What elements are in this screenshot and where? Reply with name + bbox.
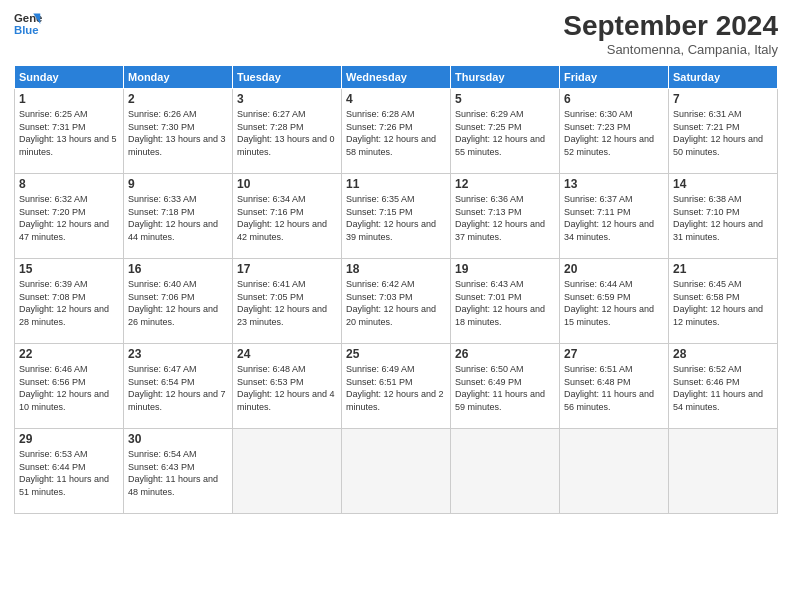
day-number: 7 bbox=[673, 92, 773, 106]
day-number: 6 bbox=[564, 92, 664, 106]
day-cell-15: 15 Sunrise: 6:39 AM Sunset: 7:08 PM Dayl… bbox=[15, 259, 124, 344]
day-number: 30 bbox=[128, 432, 228, 446]
day-cell-18: 18 Sunrise: 6:42 AM Sunset: 7:03 PM Dayl… bbox=[342, 259, 451, 344]
day-cell-22: 22 Sunrise: 6:46 AM Sunset: 6:56 PM Dayl… bbox=[15, 344, 124, 429]
month-title: September 2024 bbox=[563, 10, 778, 42]
day-cell-11: 11 Sunrise: 6:35 AM Sunset: 7:15 PM Dayl… bbox=[342, 174, 451, 259]
day-info: Sunrise: 6:30 AM Sunset: 7:23 PM Dayligh… bbox=[564, 108, 664, 158]
day-info: Sunrise: 6:42 AM Sunset: 7:03 PM Dayligh… bbox=[346, 278, 446, 328]
day-info: Sunrise: 6:32 AM Sunset: 7:20 PM Dayligh… bbox=[19, 193, 119, 243]
day-info: Sunrise: 6:40 AM Sunset: 7:06 PM Dayligh… bbox=[128, 278, 228, 328]
day-cell-3: 3 Sunrise: 6:27 AM Sunset: 7:28 PM Dayli… bbox=[233, 89, 342, 174]
day-number: 18 bbox=[346, 262, 446, 276]
day-number: 4 bbox=[346, 92, 446, 106]
day-number: 2 bbox=[128, 92, 228, 106]
day-info: Sunrise: 6:45 AM Sunset: 6:58 PM Dayligh… bbox=[673, 278, 773, 328]
day-cell-27: 27 Sunrise: 6:51 AM Sunset: 6:48 PM Dayl… bbox=[560, 344, 669, 429]
empty-cell bbox=[669, 429, 778, 514]
day-info: Sunrise: 6:44 AM Sunset: 6:59 PM Dayligh… bbox=[564, 278, 664, 328]
day-cell-14: 14 Sunrise: 6:38 AM Sunset: 7:10 PM Dayl… bbox=[669, 174, 778, 259]
day-number: 21 bbox=[673, 262, 773, 276]
day-number: 5 bbox=[455, 92, 555, 106]
header: General Blue September 2024 Santomenna, … bbox=[14, 10, 778, 57]
day-number: 26 bbox=[455, 347, 555, 361]
day-info: Sunrise: 6:49 AM Sunset: 6:51 PM Dayligh… bbox=[346, 363, 446, 413]
day-info: Sunrise: 6:52 AM Sunset: 6:46 PM Dayligh… bbox=[673, 363, 773, 413]
weekday-header-row: Sunday Monday Tuesday Wednesday Thursday… bbox=[15, 66, 778, 89]
day-number: 13 bbox=[564, 177, 664, 191]
empty-cell bbox=[342, 429, 451, 514]
day-cell-9: 9 Sunrise: 6:33 AM Sunset: 7:18 PM Dayli… bbox=[124, 174, 233, 259]
empty-cell bbox=[451, 429, 560, 514]
day-number: 20 bbox=[564, 262, 664, 276]
day-cell-30: 30 Sunrise: 6:54 AM Sunset: 6:43 PM Dayl… bbox=[124, 429, 233, 514]
day-info: Sunrise: 6:26 AM Sunset: 7:30 PM Dayligh… bbox=[128, 108, 228, 158]
day-info: Sunrise: 6:37 AM Sunset: 7:11 PM Dayligh… bbox=[564, 193, 664, 243]
day-number: 15 bbox=[19, 262, 119, 276]
logo-icon: General Blue bbox=[14, 10, 42, 38]
day-number: 1 bbox=[19, 92, 119, 106]
day-info: Sunrise: 6:29 AM Sunset: 7:25 PM Dayligh… bbox=[455, 108, 555, 158]
day-cell-8: 8 Sunrise: 6:32 AM Sunset: 7:20 PM Dayli… bbox=[15, 174, 124, 259]
title-area: September 2024 Santomenna, Campania, Ita… bbox=[563, 10, 778, 57]
day-info: Sunrise: 6:25 AM Sunset: 7:31 PM Dayligh… bbox=[19, 108, 119, 158]
day-cell-2: 2 Sunrise: 6:26 AM Sunset: 7:30 PM Dayli… bbox=[124, 89, 233, 174]
empty-cell bbox=[560, 429, 669, 514]
svg-text:Blue: Blue bbox=[14, 24, 39, 36]
day-number: 8 bbox=[19, 177, 119, 191]
day-cell-25: 25 Sunrise: 6:49 AM Sunset: 6:51 PM Dayl… bbox=[342, 344, 451, 429]
week-row-2: 8 Sunrise: 6:32 AM Sunset: 7:20 PM Dayli… bbox=[15, 174, 778, 259]
logo: General Blue bbox=[14, 10, 42, 38]
day-number: 28 bbox=[673, 347, 773, 361]
day-info: Sunrise: 6:35 AM Sunset: 7:15 PM Dayligh… bbox=[346, 193, 446, 243]
day-cell-19: 19 Sunrise: 6:43 AM Sunset: 7:01 PM Dayl… bbox=[451, 259, 560, 344]
day-cell-1: 1 Sunrise: 6:25 AM Sunset: 7:31 PM Dayli… bbox=[15, 89, 124, 174]
day-cell-28: 28 Sunrise: 6:52 AM Sunset: 6:46 PM Dayl… bbox=[669, 344, 778, 429]
header-monday: Monday bbox=[124, 66, 233, 89]
day-cell-16: 16 Sunrise: 6:40 AM Sunset: 7:06 PM Dayl… bbox=[124, 259, 233, 344]
day-number: 9 bbox=[128, 177, 228, 191]
day-number: 3 bbox=[237, 92, 337, 106]
day-number: 24 bbox=[237, 347, 337, 361]
day-cell-6: 6 Sunrise: 6:30 AM Sunset: 7:23 PM Dayli… bbox=[560, 89, 669, 174]
day-cell-23: 23 Sunrise: 6:47 AM Sunset: 6:54 PM Dayl… bbox=[124, 344, 233, 429]
header-saturday: Saturday bbox=[669, 66, 778, 89]
day-number: 12 bbox=[455, 177, 555, 191]
day-cell-13: 13 Sunrise: 6:37 AM Sunset: 7:11 PM Dayl… bbox=[560, 174, 669, 259]
day-number: 10 bbox=[237, 177, 337, 191]
day-info: Sunrise: 6:36 AM Sunset: 7:13 PM Dayligh… bbox=[455, 193, 555, 243]
empty-cell bbox=[233, 429, 342, 514]
day-number: 14 bbox=[673, 177, 773, 191]
day-info: Sunrise: 6:41 AM Sunset: 7:05 PM Dayligh… bbox=[237, 278, 337, 328]
day-cell-29: 29 Sunrise: 6:53 AM Sunset: 6:44 PM Dayl… bbox=[15, 429, 124, 514]
day-info: Sunrise: 6:38 AM Sunset: 7:10 PM Dayligh… bbox=[673, 193, 773, 243]
day-info: Sunrise: 6:43 AM Sunset: 7:01 PM Dayligh… bbox=[455, 278, 555, 328]
day-number: 27 bbox=[564, 347, 664, 361]
day-info: Sunrise: 6:31 AM Sunset: 7:21 PM Dayligh… bbox=[673, 108, 773, 158]
day-info: Sunrise: 6:28 AM Sunset: 7:26 PM Dayligh… bbox=[346, 108, 446, 158]
header-sunday: Sunday bbox=[15, 66, 124, 89]
day-info: Sunrise: 6:39 AM Sunset: 7:08 PM Dayligh… bbox=[19, 278, 119, 328]
day-number: 25 bbox=[346, 347, 446, 361]
day-number: 16 bbox=[128, 262, 228, 276]
day-cell-4: 4 Sunrise: 6:28 AM Sunset: 7:26 PM Dayli… bbox=[342, 89, 451, 174]
day-number: 17 bbox=[237, 262, 337, 276]
day-cell-17: 17 Sunrise: 6:41 AM Sunset: 7:05 PM Dayl… bbox=[233, 259, 342, 344]
header-wednesday: Wednesday bbox=[342, 66, 451, 89]
location-subtitle: Santomenna, Campania, Italy bbox=[563, 42, 778, 57]
day-number: 23 bbox=[128, 347, 228, 361]
day-cell-21: 21 Sunrise: 6:45 AM Sunset: 6:58 PM Dayl… bbox=[669, 259, 778, 344]
day-cell-12: 12 Sunrise: 6:36 AM Sunset: 7:13 PM Dayl… bbox=[451, 174, 560, 259]
day-number: 22 bbox=[19, 347, 119, 361]
day-number: 19 bbox=[455, 262, 555, 276]
calendar-table: Sunday Monday Tuesday Wednesday Thursday… bbox=[14, 65, 778, 514]
header-thursday: Thursday bbox=[451, 66, 560, 89]
header-tuesday: Tuesday bbox=[233, 66, 342, 89]
header-friday: Friday bbox=[560, 66, 669, 89]
day-info: Sunrise: 6:33 AM Sunset: 7:18 PM Dayligh… bbox=[128, 193, 228, 243]
day-number: 11 bbox=[346, 177, 446, 191]
day-info: Sunrise: 6:50 AM Sunset: 6:49 PM Dayligh… bbox=[455, 363, 555, 413]
day-cell-20: 20 Sunrise: 6:44 AM Sunset: 6:59 PM Dayl… bbox=[560, 259, 669, 344]
day-cell-24: 24 Sunrise: 6:48 AM Sunset: 6:53 PM Dayl… bbox=[233, 344, 342, 429]
day-info: Sunrise: 6:51 AM Sunset: 6:48 PM Dayligh… bbox=[564, 363, 664, 413]
